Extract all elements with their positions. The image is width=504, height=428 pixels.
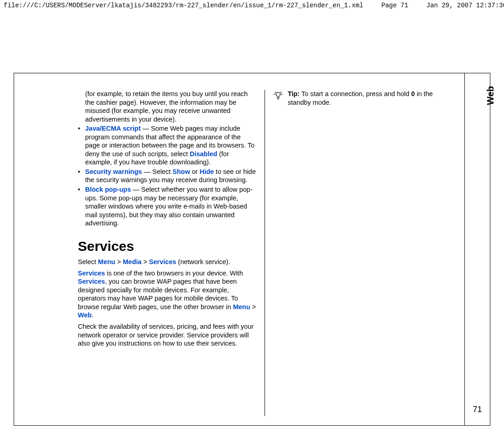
text: is one of the two browsers in your devic… (105, 270, 243, 277)
services-link: Services (78, 278, 105, 285)
header-line: file:///C:/USERS/MODEServer/lkatajis/348… (0, 0, 504, 11)
list-item: Java/ECMA script — Some Web pages may in… (78, 124, 256, 167)
text: (network service). (176, 258, 230, 265)
text: . (92, 311, 93, 319)
tip-lightbulb-icon (273, 91, 283, 103)
term-show: Show (173, 168, 190, 175)
chevron-icon: > (117, 258, 121, 265)
settings-list: Java/ECMA script — Some Web pages may in… (78, 124, 256, 228)
term-hide: Hide (199, 168, 214, 175)
services-heading: Services (78, 238, 256, 255)
tip-key: 0 (411, 90, 415, 97)
term-disabled: Disabled (190, 150, 217, 158)
left-column: (for example, to retain the items you bu… (73, 90, 265, 416)
header-date: Jan 29, 2007 12:37:36 PM (427, 2, 504, 9)
services-link: Services (78, 270, 105, 277)
list-item: Security warnings — Select Show or Hide … (78, 168, 256, 184)
services-availability: Check the availability of services, pric… (78, 322, 256, 348)
term-block-popups: Block pop-ups (85, 186, 131, 193)
svg-point-0 (276, 92, 280, 97)
menu-link: Menu (98, 258, 115, 265)
content-area: (for example, to retain the items you bu… (14, 73, 464, 425)
text: To start a connection, press and hold (300, 90, 411, 97)
chevron-icon: > (143, 258, 147, 265)
services-path: Select Menu > Media > Services (network … (78, 258, 256, 266)
sidebar-section-label: Web (485, 86, 496, 105)
services-link: Services (149, 258, 176, 265)
header-page: Page 71 (382, 2, 408, 9)
intro-continuation: (for example, to retain the items you bu… (78, 90, 256, 123)
services-desc: Services is one of the two browsers in y… (78, 269, 256, 320)
menu-link: Menu (233, 303, 250, 311)
list-item: Block pop-ups — Select whether you want … (78, 185, 256, 228)
chevron-icon: > (252, 303, 256, 311)
tip-label: Tip: (288, 90, 300, 97)
page-frame: (for example, to retain the items you bu… (14, 73, 490, 426)
web-link: Web (78, 311, 92, 319)
right-column: Tip: To start a connection, press and ho… (265, 90, 456, 416)
tip-text: Tip: To start a connection, press and ho… (288, 90, 452, 107)
text: — Select (142, 168, 173, 175)
text: Select (78, 258, 98, 265)
term-java-ecma: Java/ECMA script (85, 125, 141, 132)
page-number: 71 (465, 405, 490, 414)
tip-block: Tip: To start a connection, press and ho… (273, 90, 452, 107)
text: or (190, 168, 199, 175)
sidebar: Web 71 (464, 73, 490, 425)
term-security-warnings: Security warnings (85, 168, 142, 175)
file-path: file:///C:/USERS/MODEServer/lkatajis/348… (4, 2, 363, 9)
media-link: Media (123, 258, 142, 265)
